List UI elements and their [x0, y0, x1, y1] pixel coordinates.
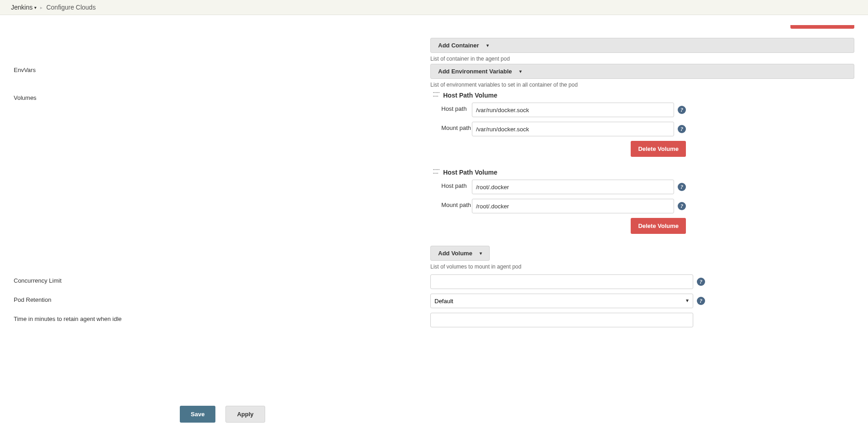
delete-volume-button[interactable]: Delete Volume [631, 218, 686, 234]
chevron-right-icon: ▸ [40, 5, 42, 10]
help-icon[interactable]: ? [697, 278, 705, 286]
volumes-label: Volumes [14, 94, 37, 101]
add-volume-button[interactable]: Add Volume ▾ [430, 246, 490, 261]
pod-retention-label: Pod Retention [14, 296, 51, 303]
volume-block: Host Path Volume Host path ? Mount path … [433, 169, 686, 234]
caret-down-icon: ▾ [34, 5, 37, 10]
caret-down-icon: ▾ [519, 69, 522, 74]
pod-retention-select[interactable]: Default [430, 294, 693, 308]
concurrency-input[interactable] [430, 274, 693, 289]
host-path-label: Host path [433, 180, 472, 189]
help-icon[interactable]: ? [678, 106, 686, 114]
host-path-volume-title: Host Path Volume [443, 92, 497, 99]
add-env-var-label: Add Environment Variable [438, 68, 512, 75]
caret-down-icon: ▾ [486, 43, 489, 48]
envvars-helper: List of environment variables to set in … [430, 82, 854, 88]
help-icon[interactable]: ? [678, 183, 686, 191]
breadcrumb-root[interactable]: Jenkins ▾ [11, 4, 37, 11]
help-icon[interactable]: ? [678, 202, 686, 210]
drag-handle-icon[interactable] [433, 169, 439, 176]
host-path-input[interactable] [472, 103, 674, 117]
host-path-input[interactable] [472, 180, 674, 194]
breadcrumb-current[interactable]: Configure Clouds [46, 4, 95, 11]
mount-path-label: Mount path [433, 199, 472, 208]
help-icon[interactable]: ? [697, 297, 705, 305]
add-env-var-button[interactable]: Add Environment Variable ▾ [430, 64, 854, 79]
host-path-volume-title: Host Path Volume [443, 169, 497, 176]
breadcrumb-root-label: Jenkins [11, 4, 32, 11]
delete-volume-button[interactable]: Delete Volume [631, 141, 686, 157]
add-container-button[interactable]: Add Container ▾ [430, 38, 854, 53]
breadcrumb: Jenkins ▾ ▸ Configure Clouds [0, 0, 868, 15]
concurrency-label: Concurrency Limit [14, 277, 62, 284]
caret-down-icon: ▾ [480, 251, 482, 256]
add-container-label: Add Container [438, 42, 479, 49]
host-path-label: Host path [433, 103, 472, 112]
add-volume-label: Add Volume [438, 250, 472, 257]
envvars-label: EnvVars [14, 67, 36, 73]
idle-minutes-label: Time in minutes to retain agent when idl… [14, 315, 122, 322]
volume-block: Host Path Volume Host path ? Mount path … [433, 92, 686, 157]
containers-helper: List of container in the agent pod [430, 56, 854, 62]
help-icon[interactable]: ? [678, 125, 686, 133]
mount-path-input[interactable] [472, 122, 674, 136]
mount-path-label: Mount path [433, 122, 472, 131]
idle-minutes-input[interactable] [430, 313, 693, 327]
volumes-helper: List of volumes to mount in agent pod [430, 264, 686, 270]
drag-handle-icon[interactable] [433, 92, 439, 98]
delete-button-edge[interactable] [790, 25, 854, 29]
mount-path-input[interactable] [472, 199, 674, 213]
